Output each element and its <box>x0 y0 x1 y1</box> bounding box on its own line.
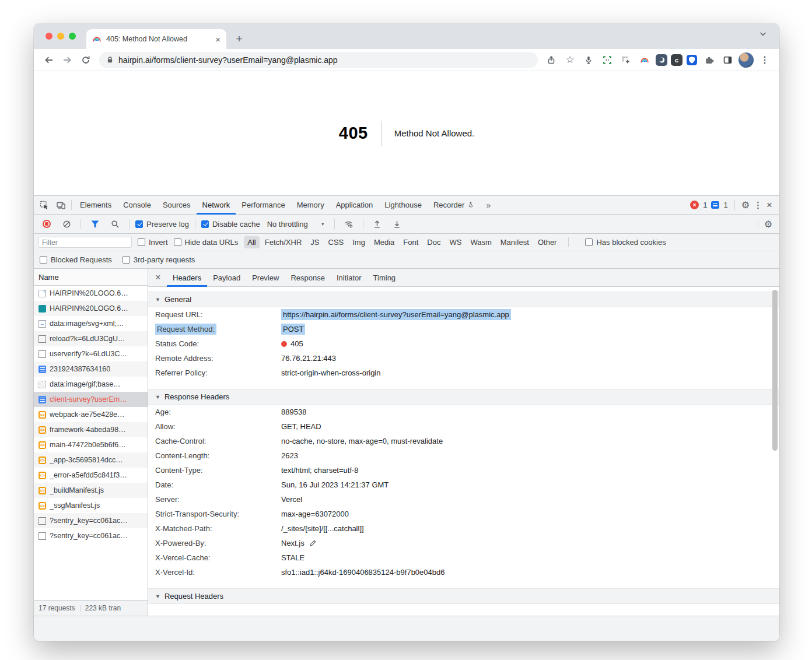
edit-pencil-icon[interactable] <box>304 539 317 547</box>
microphone-icon[interactable] <box>581 52 596 68</box>
minimize-window-button[interactable] <box>57 33 64 40</box>
device-toolbar-icon[interactable] <box>52 196 69 214</box>
throttling-dropdown[interactable]: No throttling ▼ <box>264 220 328 229</box>
c-extension-icon[interactable]: c <box>671 54 682 66</box>
record-network-log-icon[interactable] <box>38 215 55 233</box>
rainbow-extension-icon[interactable] <box>637 52 652 68</box>
details-tab-preview[interactable]: Preview <box>246 269 285 286</box>
section-header-response-headers[interactable]: ▼Response Headers <box>148 389 779 405</box>
import-har-icon[interactable] <box>369 215 386 233</box>
panel-tab-console[interactable]: Console <box>117 196 157 214</box>
add-dots-icon[interactable] <box>618 52 634 68</box>
close-details-icon[interactable]: × <box>149 269 167 286</box>
preserve-log-checkbox-box[interactable] <box>135 220 143 228</box>
details-tab-response[interactable]: Response <box>285 269 331 286</box>
network-conditions-icon[interactable] <box>341 215 357 233</box>
request-row[interactable]: <>_ssgManifest.js <box>34 498 148 513</box>
blocked-requests-checkbox-box[interactable] <box>40 256 47 264</box>
filter-type-font[interactable]: Font <box>400 236 422 248</box>
third-party-checkbox-box[interactable] <box>123 256 130 264</box>
profile-avatar[interactable] <box>738 52 754 68</box>
filter-type-css[interactable]: CSS <box>325 236 348 248</box>
devtools-close-icon[interactable]: × <box>766 199 772 211</box>
request-row[interactable]: HAIRPIN%20LOGO.6… <box>34 301 148 316</box>
console-errors-icon[interactable]: × <box>690 201 699 209</box>
browser-menu-kebab-icon[interactable]: ⋮ <box>757 52 772 68</box>
preserve-log-checkbox[interactable]: Preserve log <box>135 220 189 229</box>
reload-icon[interactable] <box>78 52 93 68</box>
name-column-header[interactable]: Name <box>34 269 148 286</box>
panel-tab-network[interactable]: Network <box>197 196 236 214</box>
panel-tab-performance[interactable]: Performance <box>236 196 290 214</box>
search-icon[interactable] <box>107 215 123 233</box>
new-tab-button[interactable]: + <box>231 31 247 47</box>
third-party-checkbox[interactable]: 3rd-party requests <box>123 255 195 264</box>
request-row[interactable]: <>_app-3c5695814dcc… <box>34 452 148 468</box>
filter-type-fetch-xhr[interactable]: Fetch/XHR <box>261 236 306 248</box>
filter-type-other[interactable]: Other <box>534 236 561 248</box>
filter-type-media[interactable]: Media <box>370 236 398 248</box>
network-settings-gear-icon[interactable]: ⚙ <box>764 219 772 230</box>
disable-cache-checkbox[interactable]: Disable cache <box>201 220 260 229</box>
request-row[interactable]: reload?k=6LdU3CgU… <box>34 331 148 346</box>
bookmark-star-icon[interactable]: ☆ <box>562 52 578 68</box>
request-row[interactable]: userverify?k=6LdU3C… <box>34 346 148 361</box>
side-panel-icon[interactable] <box>720 52 735 68</box>
panel-tab-sources[interactable]: Sources <box>157 196 197 214</box>
console-messages-count[interactable]: 1 <box>723 201 727 209</box>
details-tab-timing[interactable]: Timing <box>368 269 402 286</box>
filter-type-doc[interactable]: Doc <box>424 236 444 248</box>
devtools-settings-gear-icon[interactable]: ⚙ <box>741 199 750 210</box>
request-row[interactable]: <>main-47472b0e5b6f6… <box>34 437 148 452</box>
request-row[interactable]: <>webpack-ae75e428e… <box>34 407 148 422</box>
share-icon[interactable] <box>544 52 559 68</box>
section-header-request-headers[interactable]: ▼Request Headers <box>148 588 779 604</box>
details-tab-initiator[interactable]: Initiator <box>331 269 368 286</box>
details-scrollbar[interactable] <box>772 290 778 451</box>
panel-tab-recorder[interactable]: Recorder <box>428 196 480 214</box>
panel-tab-application[interactable]: Application <box>330 196 379 214</box>
request-row[interactable]: ?sentry_key=cc061ac… <box>34 528 148 543</box>
inspect-element-icon[interactable] <box>36 196 52 214</box>
has-blocked-cookies-checkbox-box[interactable] <box>585 238 593 246</box>
address-bar[interactable]: hairpin.ai/forms/client-survey?userEmail… <box>99 52 538 68</box>
invert-checkbox-box[interactable] <box>138 238 145 246</box>
hide-data-urls-checkbox[interactable]: Hide data URLs <box>174 238 239 247</box>
console-errors-count[interactable]: 1 <box>703 201 707 209</box>
console-messages-icon[interactable] <box>711 201 719 209</box>
request-row[interactable]: HAIRPIN%20LOGO.6… <box>34 286 148 301</box>
forward-icon[interactable] <box>60 52 75 68</box>
details-tab-payload[interactable]: Payload <box>207 269 246 286</box>
request-row[interactable]: <>_error-a5efdd5c841f3… <box>34 468 148 483</box>
tab-close-icon[interactable]: × <box>215 35 220 44</box>
panel-tab-memory[interactable]: Memory <box>291 196 330 214</box>
back-icon[interactable] <box>41 52 56 68</box>
request-row[interactable]: <>_buildManifest.js <box>34 483 148 498</box>
request-row[interactable]: ?sentry_key=cc061ac… <box>34 513 148 528</box>
request-row[interactable]: client-survey?userEm… <box>34 392 148 407</box>
devtools-menu-kebab-icon[interactable]: ⋮ <box>754 200 762 210</box>
request-row[interactable]: 231924387634160 <box>34 361 148 377</box>
details-tab-headers[interactable]: Headers <box>167 269 207 286</box>
clear-network-log-icon[interactable] <box>58 215 75 233</box>
crescent-extension-icon[interactable] <box>656 54 667 66</box>
disable-cache-checkbox-box[interactable] <box>201 220 209 228</box>
browser-tab[interactable]: 405: Method Not Allowed × <box>86 29 226 49</box>
filter-type-manifest[interactable]: Manifest <box>497 236 533 248</box>
extensions-puzzle-icon[interactable] <box>701 52 716 68</box>
has-blocked-cookies-checkbox[interactable]: Has blocked cookies <box>585 238 666 247</box>
filter-type-js[interactable]: JS <box>307 236 323 248</box>
request-row[interactable]: data:image/gif;base… <box>34 377 148 392</box>
zoom-window-button[interactable] <box>69 33 76 40</box>
request-row[interactable]: <>framework-4abeda98… <box>34 422 148 437</box>
filter-input[interactable] <box>38 237 132 248</box>
filter-type-wasm[interactable]: Wasm <box>467 236 495 248</box>
blocked-requests-checkbox[interactable]: Blocked Requests <box>40 255 112 264</box>
shield-extension-icon[interactable] <box>686 54 698 66</box>
request-row[interactable]: ←data:image/svg+xml;… <box>34 316 148 331</box>
tab-search-chevron-icon[interactable] <box>760 31 766 36</box>
panel-tab-lighthouse[interactable]: Lighthouse <box>379 196 428 214</box>
close-window-button[interactable] <box>46 33 52 40</box>
panel-tab-elements[interactable]: Elements <box>74 196 117 214</box>
filter-funnel-icon[interactable] <box>87 215 103 233</box>
